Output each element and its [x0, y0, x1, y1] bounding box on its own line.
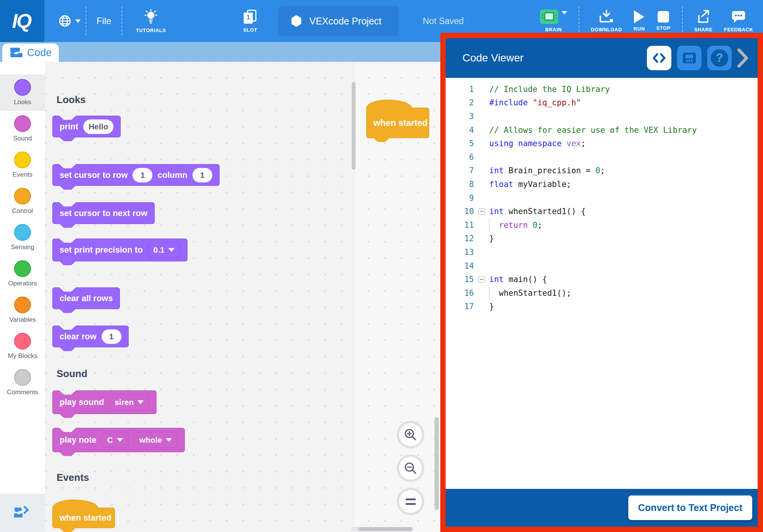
block-play-note[interactable]: play note C whole	[52, 428, 185, 452]
sidebar-item-control[interactable]: Control	[0, 183, 45, 219]
tutorials-label: TUTORIALS	[136, 27, 166, 33]
clear-row-value-input[interactable]: 1	[102, 329, 121, 344]
canvas-when-started-block[interactable]: when started	[366, 108, 429, 138]
zoom-out-button[interactable]	[397, 455, 424, 482]
block-label: clear row	[60, 332, 97, 342]
globe-icon	[58, 14, 72, 28]
section-heading-events: Events	[57, 472, 89, 484]
category-color-dot	[14, 297, 31, 313]
sidebar-item-events[interactable]: Events	[0, 147, 45, 183]
block-label: play sound	[60, 397, 104, 407]
caret-down-icon	[166, 438, 172, 442]
print-value-input[interactable]: Hello	[83, 119, 113, 134]
workspace-canvas[interactable]: when started	[355, 62, 440, 532]
duration-value: whole	[139, 435, 162, 445]
block-print[interactable]: print Hello	[52, 116, 121, 137]
sidebar-item-looks[interactable]: Looks	[0, 74, 45, 111]
code-line-text: int whenStarted1() {	[489, 207, 586, 216]
sound-dropdown[interactable]: siren	[109, 394, 149, 410]
code-line-text: }	[489, 234, 494, 243]
sidebar-item-my-blocks[interactable]: My Blocks	[0, 328, 45, 364]
category-color-dot	[14, 333, 31, 350]
tutorials-button[interactable]: TUTORIALS	[122, 9, 179, 33]
slot-label: SLOT	[243, 27, 257, 33]
code-viewer-panel: Code Viewer ? 1// Include the IQ Lib	[440, 33, 763, 532]
code-editor[interactable]: 1// Include the IQ Library2#include "iq_…	[446, 78, 758, 489]
tab-code[interactable]: Code	[2, 44, 59, 62]
category-label: Variables	[9, 316, 36, 324]
code-line-text: // Allows for easier use of the VEX Libr…	[489, 126, 697, 135]
code-line-text: #include "iq_cpp.h"	[489, 98, 581, 107]
share-button[interactable]: SHARE	[694, 10, 713, 32]
save-status: Not Saved	[423, 16, 464, 26]
slot-button[interactable]: 1 SLOT	[233, 9, 267, 33]
sidebar-item-sensing[interactable]: Sensing	[0, 219, 45, 256]
help-button[interactable]: ?	[707, 46, 732, 70]
block-label: column	[157, 170, 187, 180]
block-when-started[interactable]: when started	[52, 508, 115, 528]
palette-collapse-button[interactable]	[0, 494, 45, 532]
code-line: 3	[446, 110, 758, 123]
brain-button[interactable]: BRAIN	[540, 10, 567, 32]
block-set-print-precision[interactable]: set print precision to 0.1	[52, 239, 188, 261]
code-viewer-title: Code Viewer	[462, 52, 641, 64]
convert-to-text-button[interactable]: Convert to Text Project	[628, 495, 752, 520]
category-color-dot	[14, 188, 31, 205]
block-clear-row[interactable]: clear row 1	[52, 326, 129, 347]
feedback-icon	[731, 10, 747, 24]
download-label: DOWNLOAD	[591, 27, 622, 32]
workspace-vertical-scrollbar[interactable]	[435, 417, 439, 510]
download-button[interactable]: DOWNLOAD	[591, 10, 622, 32]
language-button[interactable]	[53, 14, 86, 28]
workspace-horizontal-scrollbar[interactable]	[359, 527, 413, 531]
slot-icon: 1	[243, 9, 257, 24]
palette-scrollbar[interactable]	[352, 82, 356, 170]
precision-dropdown[interactable]: 0.1	[148, 242, 180, 258]
run-button[interactable]: RUN	[634, 10, 645, 32]
zoom-in-button[interactable]	[397, 421, 424, 448]
blocks-icon	[10, 47, 23, 59]
block-set-cursor-row-column[interactable]: set cursor to row 1 column 1	[52, 164, 220, 186]
device-view-button[interactable]	[677, 46, 702, 70]
category-color-dot	[14, 79, 31, 96]
collapse-panel-button[interactable]	[737, 48, 748, 68]
feedback-button[interactable]: FEEDBACK	[724, 10, 753, 32]
sidebar-item-variables[interactable]: Variables	[0, 292, 45, 328]
file-menu-button[interactable]: File	[86, 16, 121, 26]
code-line: 15int main() {	[446, 272, 758, 286]
section-heading-sound: Sound	[57, 368, 87, 380]
note-dropdown[interactable]: C	[102, 432, 129, 448]
code-view-button[interactable]	[647, 46, 671, 70]
share-label: SHARE	[694, 27, 713, 32]
code-line-text: return 0;	[489, 221, 542, 230]
code-line: 16 whenStarted1();	[446, 286, 758, 300]
category-color-dot	[14, 152, 31, 168]
line-number: 1	[446, 85, 474, 94]
sidebar-item-comments[interactable]: Comments	[0, 364, 45, 401]
project-title-button[interactable]: VEXcode Project	[278, 6, 399, 36]
code-lines: 1// Include the IQ Library2#include "iq_…	[446, 82, 758, 313]
code-viewer-header: Code Viewer ?	[446, 38, 758, 78]
workspace-header-strip	[0, 42, 445, 62]
zoom-reset-button[interactable]	[397, 488, 424, 515]
line-number: 4	[446, 126, 474, 135]
sidebar-item-sound[interactable]: Sound	[0, 111, 45, 147]
indent-guide	[489, 287, 490, 300]
line-number: 7	[446, 166, 474, 175]
duration-dropdown[interactable]: whole	[134, 432, 178, 448]
line-number: 8	[446, 180, 474, 189]
column-value-input[interactable]: 1	[192, 168, 212, 182]
stop-button[interactable]: STOP	[656, 11, 671, 31]
question-mark-icon: ?	[711, 49, 728, 67]
lightbulb-icon	[143, 9, 158, 25]
sidebar-item-operators[interactable]: Operators	[0, 256, 45, 292]
block-clear-all-rows[interactable]: clear all rows	[52, 287, 120, 309]
category-label: Comments	[7, 389, 38, 396]
equals-icon	[406, 498, 416, 505]
fold-marker-icon[interactable]	[478, 276, 485, 283]
block-set-cursor-next-row[interactable]: set cursor to next row	[52, 202, 155, 224]
workspace-horizontal-scrollbar-track	[351, 527, 413, 531]
block-play-sound[interactable]: play sound siren	[52, 390, 157, 414]
fold-marker-icon[interactable]	[478, 208, 485, 215]
row-value-input[interactable]: 1	[133, 168, 152, 182]
